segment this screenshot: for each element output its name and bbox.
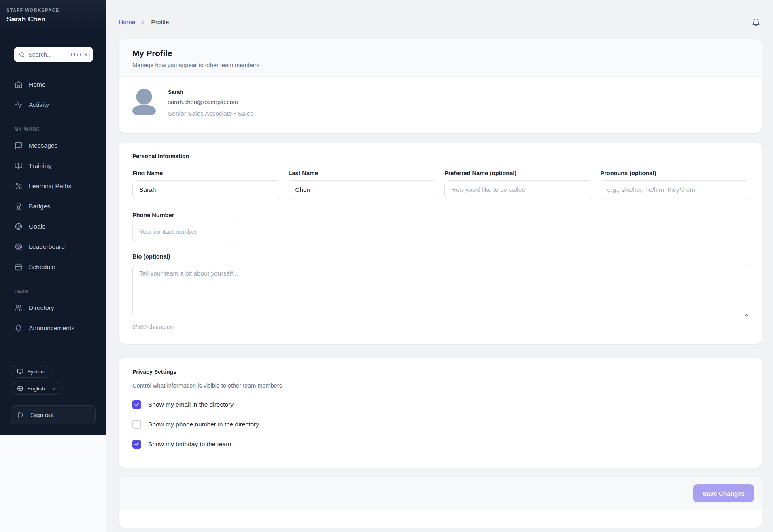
sidebar-item-schedule[interactable]: Schedule xyxy=(8,259,98,276)
last-name-label: Last Name xyxy=(289,170,437,176)
sign-out-label: Sign out xyxy=(31,411,54,419)
pronouns-field[interactable] xyxy=(601,180,749,199)
users-icon xyxy=(15,304,23,312)
save-card-empty-area xyxy=(119,510,762,528)
sidebar-item-label: Messages xyxy=(29,142,57,149)
phone-label: Phone Number xyxy=(132,212,748,218)
pronouns-label: Pronouns (optional) xyxy=(601,170,749,176)
sidebar-item-label: Training xyxy=(29,162,51,170)
sidebar-item-label: Directory xyxy=(29,304,54,312)
home-icon xyxy=(15,81,23,89)
breadcrumb-home-link[interactable]: Home xyxy=(119,19,135,26)
bio-group: Bio (optional) 0/500 characters xyxy=(132,253,748,330)
phone-field[interactable] xyxy=(132,223,234,241)
page: STAFF WORKSPACE Sarah Chen Search... Ctr… xyxy=(0,0,773,532)
page-subtitle: Manage how you appear to other team memb… xyxy=(132,62,748,68)
privacy-options: Show my email in the directory Show my p… xyxy=(132,400,748,449)
sidebar-column: STAFF WORKSPACE Sarah Chen Search... Ctr… xyxy=(0,0,106,532)
pronouns-group: Pronouns (optional) xyxy=(601,170,749,199)
sidebar-item-home[interactable]: Home xyxy=(8,76,98,93)
save-bar-card: Save Changes xyxy=(119,477,762,528)
sidebar-item-announcements[interactable]: Announcements xyxy=(8,320,98,337)
language-select[interactable]: English xyxy=(11,382,63,395)
sidebar-item-leaderboard[interactable]: Leaderboard xyxy=(8,238,98,255)
save-bar: Save Changes xyxy=(119,477,762,510)
search-shortcut-badge: Ctrl+K xyxy=(68,51,90,59)
book-open-icon xyxy=(15,162,23,170)
bio-label: Bio (optional) xyxy=(132,253,748,260)
bio-character-counter: 0/500 characters xyxy=(132,324,748,330)
privacy-option-phone[interactable]: Show my phone number in the directory xyxy=(132,420,748,429)
checkbox-show-email[interactable] xyxy=(132,400,141,409)
bio-field[interactable] xyxy=(132,264,748,317)
preferred-name-label: Preferred Name (optional) xyxy=(444,170,592,176)
target-icon xyxy=(15,243,23,251)
profile-role: Senior Sales Associate • Sales xyxy=(168,110,253,117)
privacy-option-birthday[interactable]: Show my birthday to the team xyxy=(132,440,748,449)
notifications-button[interactable] xyxy=(750,16,762,28)
theme-toggle-button[interactable]: System xyxy=(11,365,52,378)
checkbox-show-birthday[interactable] xyxy=(132,440,141,449)
profile-card-body: Sarah sarah.chen@example.com Senior Sale… xyxy=(119,77,762,133)
workspace-user-name: Sarah Chen xyxy=(6,15,93,23)
sidebar-item-directory[interactable]: Directory xyxy=(8,299,98,316)
workspace-header: STAFF WORKSPACE Sarah Chen xyxy=(0,0,106,32)
check-icon xyxy=(134,441,140,447)
sidebar-item-label: Learning Paths xyxy=(29,182,72,190)
sign-out-button[interactable]: Sign out xyxy=(11,405,96,424)
privacy-option-label: Show my birthday to the team xyxy=(148,441,231,448)
sidebar-item-goals[interactable]: Goals xyxy=(8,218,98,235)
sidebar-item-training[interactable]: Training xyxy=(8,157,98,174)
profile-email: sarah.chen@example.com xyxy=(168,99,253,105)
sidebar-filler xyxy=(0,435,106,532)
page-title: My Profile xyxy=(132,49,748,58)
chevron-right-icon xyxy=(140,19,146,25)
privacy-option-email[interactable]: Show my email in the directory xyxy=(132,400,748,409)
sidebar-section-team: TEAM xyxy=(15,289,98,294)
preferred-name-field[interactable] xyxy=(444,180,592,199)
last-name-field[interactable] xyxy=(289,180,437,199)
search-input[interactable]: Search... Ctrl+K xyxy=(14,47,93,62)
checkbox-show-phone[interactable] xyxy=(132,420,141,429)
search-wrap: Search... Ctrl+K xyxy=(0,32,106,69)
target-icon xyxy=(15,223,23,231)
sidebar-item-badges[interactable]: Badges xyxy=(8,198,98,215)
search-icon xyxy=(19,51,25,58)
chevron-down-icon xyxy=(51,386,56,391)
save-changes-button[interactable]: Save Changes xyxy=(693,484,754,502)
sidebar-item-label: Goals xyxy=(29,223,45,230)
sidebar-item-label: Schedule xyxy=(29,263,55,271)
sidebar-section-my-work: MY WORK xyxy=(15,127,98,131)
sidebar: STAFF WORKSPACE Sarah Chen Search... Ctr… xyxy=(0,0,106,435)
sidebar-item-label: Leaderboard xyxy=(29,243,65,250)
person-silhouette-icon xyxy=(132,88,156,117)
sidebar-footer: System English xyxy=(0,365,106,435)
sidebar-item-activity[interactable]: Activity xyxy=(8,96,98,113)
name-fields-row: First Name Last Name Preferred Name (opt… xyxy=(132,170,748,199)
message-icon xyxy=(15,142,23,150)
sidebar-item-messages[interactable]: Messages xyxy=(8,137,98,154)
sidebar-divider xyxy=(8,282,98,282)
last-name-group: Last Name xyxy=(289,170,437,199)
sidebar-item-learning-paths[interactable]: Learning Paths xyxy=(8,178,98,195)
sidebar-item-label: Announcements xyxy=(29,324,74,332)
theme-label: System xyxy=(27,369,45,375)
workspace-label: STAFF WORKSPACE xyxy=(6,8,93,13)
privacy-option-label: Show my phone number in the directory xyxy=(148,421,259,428)
breadcrumb-current: Profile xyxy=(151,19,169,26)
personal-info-title: Personal Information xyxy=(132,153,748,159)
profile-name: Sarah xyxy=(168,89,253,95)
sidebar-item-label: Activity xyxy=(29,101,49,108)
privacy-settings-card: Privacy Settings Control what informatio… xyxy=(119,358,762,468)
bell-icon xyxy=(752,18,760,27)
search-placeholder: Search... xyxy=(28,51,65,58)
sidebar-item-label: Badges xyxy=(29,203,50,210)
personal-info-card: Personal Information First Name Last Nam… xyxy=(119,143,762,344)
profile-card-header: My Profile Manage how you appear to othe… xyxy=(119,39,762,77)
first-name-field[interactable] xyxy=(132,180,280,199)
sidebar-divider xyxy=(8,120,98,120)
activity-icon xyxy=(15,101,23,109)
globe-icon xyxy=(17,385,23,392)
profile-header-card: My Profile Manage how you appear to othe… xyxy=(119,39,762,133)
calendar-icon xyxy=(15,263,23,271)
